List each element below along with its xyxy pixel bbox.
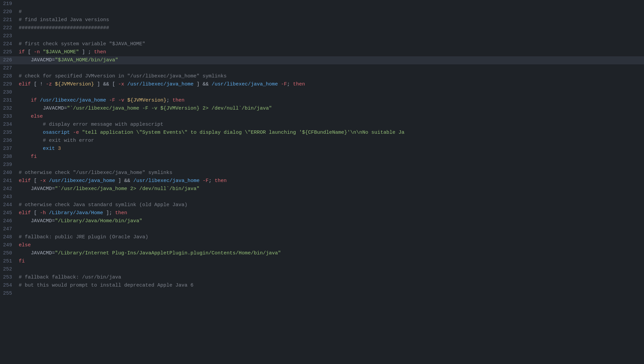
code-line: 253# fallback fallback: /usr/bin/java bbox=[0, 274, 644, 282]
line-content: # find installed Java versions bbox=[17, 16, 644, 24]
code-line: 250 JAVACMD="/Library/Internet Plug-Ins/… bbox=[0, 249, 644, 257]
line-number: 255 bbox=[0, 290, 17, 297]
line-number: 237 bbox=[0, 145, 17, 153]
code-line: 254# but this would prompt to install de… bbox=[0, 282, 644, 290]
line-content: # fallback fallback: /usr/bin/java bbox=[17, 274, 644, 281]
line-number: 252 bbox=[0, 265, 17, 273]
code-line: 228# check for specified JVMversion in "… bbox=[0, 72, 644, 80]
line-number: 232 bbox=[0, 105, 17, 112]
line-content: # otherwise check "/usr/libexec/java_hom… bbox=[17, 169, 644, 177]
code-line: 246 JAVACMD="/Library/Java/Home/bin/java… bbox=[0, 217, 644, 225]
code-line: 237 exit 3 bbox=[0, 145, 644, 153]
code-line: 235 osascript -e "tell application \"Sys… bbox=[0, 129, 644, 137]
line-number: 227 bbox=[0, 64, 17, 72]
line-number: 254 bbox=[0, 282, 17, 289]
line-content: else bbox=[17, 241, 644, 249]
code-line: 227 bbox=[0, 64, 644, 72]
code-line: 238 fi bbox=[0, 153, 644, 161]
line-content: # display error message with applescript bbox=[17, 121, 644, 128]
line-content: else bbox=[17, 113, 644, 120]
code-line: 241elif [ -x /usr/libexec/java_home ] &&… bbox=[0, 177, 644, 185]
line-number: 230 bbox=[0, 88, 17, 96]
code-line: 252 bbox=[0, 265, 644, 274]
line-content: if /usr/libexec/java_home -F -v ${JVMVer… bbox=[17, 97, 644, 104]
line-content bbox=[17, 193, 644, 201]
line-number: 235 bbox=[0, 129, 17, 136]
code-line: 225if [ -n "$JAVA_HOME" ] ; then bbox=[0, 48, 644, 56]
line-content: fi bbox=[17, 257, 644, 265]
line-content bbox=[17, 290, 644, 297]
line-number: 234 bbox=[0, 121, 17, 128]
code-line: 248# fallback: public JRE plugin (Oracle… bbox=[0, 233, 644, 241]
line-number: 246 bbox=[0, 217, 17, 225]
code-line: 226 JAVACMD="$JAVA_HOME/bin/java" bbox=[0, 56, 644, 64]
line-content: # but this would prompt to install depre… bbox=[17, 282, 644, 289]
line-content bbox=[17, 32, 644, 40]
code-line: 245elif [ -h /Library/Java/Home ]; then bbox=[0, 209, 644, 217]
code-line: 220# bbox=[0, 8, 644, 16]
code-line: 234 # display error message with applesc… bbox=[0, 121, 644, 129]
line-content bbox=[17, 0, 644, 8]
code-line: 219 bbox=[0, 0, 644, 8]
code-line: 239 bbox=[0, 161, 644, 169]
code-line: 243 bbox=[0, 193, 644, 201]
line-content: exit 3 bbox=[17, 145, 644, 153]
line-number: 251 bbox=[0, 257, 17, 265]
line-number: 226 bbox=[0, 56, 17, 64]
line-number: 245 bbox=[0, 209, 17, 217]
code-line: 222############################## bbox=[0, 24, 644, 32]
code-line: 249else bbox=[0, 241, 644, 249]
line-number: 231 bbox=[0, 97, 17, 104]
line-number: 223 bbox=[0, 32, 17, 40]
line-number: 236 bbox=[0, 137, 17, 144]
line-content bbox=[17, 225, 644, 233]
code-line: 229elif [ ! -z ${JVMVersion} ] && [ -x /… bbox=[0, 80, 644, 88]
line-number: 221 bbox=[0, 16, 17, 24]
line-content bbox=[17, 88, 644, 96]
line-number: 243 bbox=[0, 193, 17, 201]
line-content: # check for specified JVMversion in "/us… bbox=[17, 72, 644, 80]
line-content: JAVACMD="`/usr/libexec/java_home 2> /dev… bbox=[17, 185, 644, 193]
code-line: 247 bbox=[0, 225, 644, 233]
code-line: 231 if /usr/libexec/java_home -F -v ${JV… bbox=[0, 97, 644, 105]
code-line: 242 JAVACMD="`/usr/libexec/java_home 2> … bbox=[0, 185, 644, 193]
line-content: # bbox=[17, 8, 644, 16]
line-number: 219 bbox=[0, 0, 17, 8]
line-number: 247 bbox=[0, 225, 17, 233]
code-editor: 219 220#221# find installed Java version… bbox=[0, 0, 644, 364]
line-content: osascript -e "tell application \"System … bbox=[17, 129, 644, 136]
line-content bbox=[17, 64, 644, 72]
line-content: JAVACMD="/Library/Internet Plug-Ins/Java… bbox=[17, 249, 644, 257]
line-content: # fallback: public JRE plugin (Oracle Ja… bbox=[17, 233, 644, 241]
line-number: 253 bbox=[0, 274, 17, 281]
line-content: fi bbox=[17, 153, 644, 161]
code-line: 255 bbox=[0, 290, 644, 298]
line-content: JAVACMD="/Library/Java/Home/bin/java" bbox=[17, 217, 644, 225]
code-line: 230 bbox=[0, 88, 644, 97]
line-content bbox=[17, 265, 644, 273]
line-number: 250 bbox=[0, 249, 17, 257]
code-line: 244# otherwise check Java standard symli… bbox=[0, 201, 644, 209]
code-line: 223 bbox=[0, 32, 644, 40]
code-line: 233 else bbox=[0, 113, 644, 121]
code-line: 232 JAVACMD="`/usr/libexec/java_home -F … bbox=[0, 105, 644, 113]
line-content: JAVACMD="$JAVA_HOME/bin/java" bbox=[17, 56, 644, 64]
line-number: 249 bbox=[0, 241, 17, 249]
line-content: # first check system variable "$JAVA_HOM… bbox=[17, 40, 644, 48]
code-line: 224# first check system variable "$JAVA_… bbox=[0, 40, 644, 48]
line-number: 224 bbox=[0, 40, 17, 48]
line-content bbox=[17, 161, 644, 169]
line-content: JAVACMD="`/usr/libexec/java_home -F -v $… bbox=[17, 105, 644, 112]
line-content: if [ -n "$JAVA_HOME" ] ; then bbox=[17, 48, 644, 56]
line-number: 225 bbox=[0, 48, 17, 56]
line-content: ############################## bbox=[17, 24, 644, 32]
line-number: 240 bbox=[0, 169, 17, 177]
code-line: 221# find installed Java versions bbox=[0, 16, 644, 24]
line-number: 244 bbox=[0, 201, 17, 209]
line-number: 248 bbox=[0, 233, 17, 241]
line-content: # otherwise check Java standard symlink … bbox=[17, 201, 644, 209]
line-number: 242 bbox=[0, 185, 17, 193]
line-number: 228 bbox=[0, 72, 17, 80]
line-content: elif [ -x /usr/libexec/java_home ] && /u… bbox=[17, 177, 644, 185]
code-line: 240# otherwise check "/usr/libexec/java_… bbox=[0, 169, 644, 177]
